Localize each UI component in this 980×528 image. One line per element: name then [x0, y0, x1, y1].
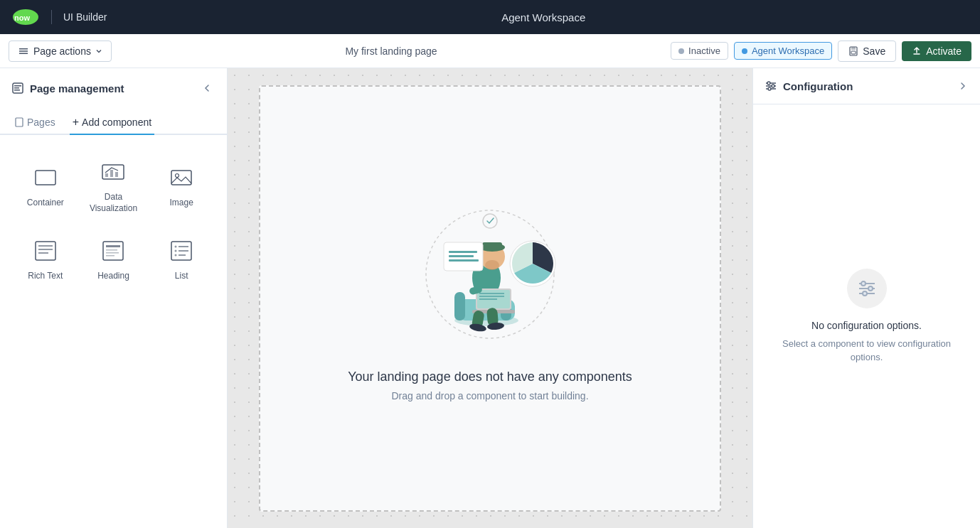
component-item-container[interactable]: Container — [11, 146, 80, 225]
data-visualization-label: Data Visualization — [85, 192, 142, 214]
svg-rect-60 — [449, 255, 474, 257]
svg-rect-49 — [479, 296, 504, 297]
actions-right: Inactive Agent Workspace Save Activate — [671, 41, 971, 62]
plus-icon: + — [73, 117, 79, 128]
inactive-dot — [678, 48, 684, 54]
config-sliders-icon — [857, 279, 877, 298]
svg-rect-12 — [16, 118, 23, 126]
container-icon — [31, 163, 60, 192]
svg-point-66 — [772, 85, 774, 87]
rich-text-label: Rich Text — [28, 271, 63, 282]
page-management-icon — [11, 82, 24, 95]
empty-state-title: Your landing page does not have any comp… — [348, 370, 632, 384]
canvas-page: Your landing page does not have any comp… — [259, 85, 721, 512]
svg-rect-7 — [851, 51, 856, 54]
svg-rect-59 — [449, 251, 477, 253]
svg-rect-16 — [110, 170, 113, 177]
workspace-dot — [742, 48, 747, 54]
component-item-data-visualization[interactable]: Data Visualization — [80, 146, 148, 225]
svg-rect-33 — [179, 250, 188, 252]
svg-point-32 — [175, 250, 177, 252]
svg-rect-31 — [179, 246, 188, 247]
svg-rect-35 — [179, 254, 186, 256]
svg-rect-22 — [38, 249, 53, 250]
now-logo: now — [11, 7, 40, 27]
nav-divider — [51, 10, 52, 24]
svg-point-19 — [176, 173, 179, 177]
chevron-right-icon — [957, 80, 969, 92]
svg-rect-44 — [482, 242, 502, 249]
svg-rect-28 — [106, 255, 114, 257]
inactive-badge: Inactive — [671, 42, 728, 60]
nav-center-title: Agent Workspace — [118, 11, 969, 23]
heading-icon — [99, 237, 127, 265]
svg-rect-39 — [454, 292, 465, 320]
image-label: Image — [169, 198, 193, 209]
activate-label: Activate — [926, 45, 962, 57]
svg-rect-48 — [479, 293, 504, 294]
expand-right-panel-button[interactable] — [957, 80, 969, 92]
component-item-rich-text[interactable]: Rich Text — [11, 225, 80, 293]
svg-rect-24 — [103, 242, 123, 260]
sidebar-header: Page management — [0, 68, 227, 97]
svg-rect-20 — [36, 242, 55, 260]
activate-button[interactable]: Activate — [902, 41, 971, 61]
page-title: My first landing page — [117, 45, 665, 57]
component-item-image[interactable]: Image — [147, 146, 215, 225]
sidebar-title-wrap: Page management — [11, 82, 124, 95]
svg-rect-10 — [14, 87, 19, 89]
svg-point-72 — [868, 286, 873, 291]
save-label: Save — [863, 45, 885, 57]
svg-point-34 — [175, 254, 177, 257]
builder-title: UI Builder — [63, 11, 107, 23]
tab-add-component[interactable]: + Add component — [70, 111, 154, 135]
save-button[interactable]: Save — [838, 41, 896, 62]
heading-label: Heading — [97, 271, 129, 282]
svg-point-70 — [861, 281, 866, 286]
configuration-title: Configuration — [783, 80, 853, 92]
svg-rect-50 — [479, 298, 497, 300]
svg-rect-11 — [14, 90, 20, 91]
list-icon — [167, 237, 196, 265]
pages-icon — [14, 117, 24, 127]
upload-icon — [912, 46, 922, 56]
save-icon — [848, 46, 858, 56]
svg-rect-18 — [171, 171, 191, 185]
empty-state-illustration — [412, 196, 568, 352]
svg-rect-6 — [851, 47, 856, 50]
empty-state-subtitle: Drag and drop a component to start build… — [391, 390, 588, 402]
canvas-area: Your landing page does not have any comp… — [228, 68, 752, 528]
list-label: List — [175, 271, 188, 282]
config-hint: Select a component to view configuration… — [770, 337, 963, 365]
svg-point-74 — [863, 291, 867, 296]
svg-rect-27 — [106, 252, 119, 254]
config-icon-wrap — [847, 269, 887, 308]
rich-text-icon — [31, 237, 60, 265]
left-sidebar: Page management Pages + Add component — [0, 68, 228, 528]
top-navigation: now UI Builder Agent Workspace — [0, 0, 980, 34]
svg-rect-61 — [449, 259, 479, 262]
chevron-down-icon — [95, 48, 102, 55]
svg-point-62 — [483, 214, 497, 228]
svg-rect-3 — [19, 50, 28, 52]
svg-point-68 — [768, 87, 771, 90]
svg-rect-13 — [36, 171, 55, 185]
component-item-heading[interactable]: Heading — [80, 225, 148, 293]
svg-point-45 — [485, 260, 499, 270]
svg-rect-17 — [115, 172, 118, 177]
svg-rect-21 — [38, 245, 53, 247]
workspace-badge: Agent Workspace — [734, 42, 832, 60]
component-grid: Container Data Visualization — [0, 135, 227, 305]
svg-point-64 — [767, 82, 770, 85]
hamburger-icon — [18, 45, 29, 57]
chevron-left-icon — [201, 82, 213, 94]
collapse-sidebar-button[interactable] — [198, 80, 215, 97]
svg-rect-9 — [14, 85, 21, 87]
svg-point-30 — [175, 246, 177, 248]
svg-rect-2 — [19, 48, 28, 50]
component-item-list[interactable]: List — [147, 225, 215, 293]
workspace-label: Agent Workspace — [752, 45, 824, 56]
page-actions-label: Page actions — [33, 45, 91, 57]
page-actions-button[interactable]: Page actions — [9, 41, 112, 62]
tab-pages[interactable]: Pages — [11, 111, 58, 135]
